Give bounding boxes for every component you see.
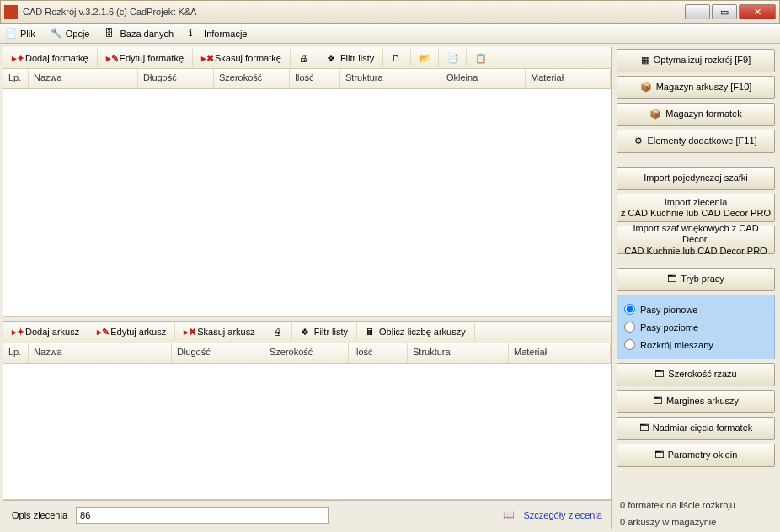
panel-store-button[interactable]: 📦Magazyn formatek	[617, 103, 775, 126]
col-qty[interactable]: Ilość	[349, 343, 408, 363]
toolbar-panels: ▸✦Dodaj formatkę ▸✎Edytuj formatkę ▸✖Ska…	[3, 47, 611, 69]
open-doc-button[interactable]: 📂	[411, 49, 439, 67]
col-width[interactable]: Szerokość	[214, 69, 290, 88]
col-name[interactable]: Nazwa	[29, 343, 172, 363]
overcut-button[interactable]: 🗔Nadmiar cięcia formatek	[617, 417, 775, 440]
margin-button[interactable]: 🗔Margines arkuszy	[617, 390, 775, 413]
menu-database[interactable]: 🗄Baza danych	[104, 28, 174, 40]
add-sheet-button[interactable]: ▸✦Dodaj arkusz	[3, 322, 88, 341]
order-label: Opis zlecenia	[12, 510, 67, 520]
edit-icon: ▸✎	[97, 327, 107, 337]
info-icon: ℹ	[189, 28, 200, 40]
extras-button[interactable]: ⚙Elementy dodatkowe [F11]	[617, 130, 775, 153]
add-icon: ▸✦	[12, 53, 22, 63]
order-input[interactable]	[76, 507, 329, 524]
col-material[interactable]: Materiał	[526, 69, 611, 88]
grid-icon: ▦	[641, 55, 649, 66]
paste-button[interactable]: 📋	[467, 49, 494, 67]
import-wardrobe-button[interactable]: Import szaf wnękowych z CAD Decor,CAD Ku…	[617, 226, 775, 254]
bottom-bar: Opis zlecenia 📖 Szczegóły zlecenia	[3, 500, 611, 529]
open-icon: 📂	[419, 53, 430, 63]
col-edging[interactable]: Okleina	[441, 69, 526, 88]
col-length[interactable]: Długość	[138, 69, 214, 88]
radio-mixed[interactable]: Rozkrój mieszany	[624, 339, 767, 350]
new-doc-button[interactable]: 🗋	[383, 49, 411, 67]
add-panel-button[interactable]: ▸✦Dodaj formatkę	[3, 49, 98, 67]
edit-sheet-button[interactable]: ▸✎Edytuj arkusz	[88, 322, 175, 341]
work-mode-button[interactable]: 🗔Tryb pracy	[617, 268, 775, 291]
gears-icon: ⚙	[634, 136, 643, 146]
col-structure[interactable]: Struktura	[340, 69, 441, 88]
radio-horizontal[interactable]: Pasy poziome	[624, 322, 767, 332]
titlebar: CAD Rozkrój v.3.2.1.6 (c) CadProjekt K&A…	[0, 0, 780, 24]
import-single-button[interactable]: Import pojedynczej szafki	[617, 167, 775, 190]
minimize-button[interactable]: —	[685, 4, 710, 19]
filter-icon: ❖	[301, 327, 311, 337]
sheet-store-button[interactable]: 📦Magazyn arkuszy [F10]	[617, 76, 775, 99]
import-order-button[interactable]: Import zleceniaz CAD Kuchnie lub CAD Dec…	[617, 194, 775, 222]
add-icon: ▸✦	[12, 327, 22, 337]
window-title: CAD Rozkrój v.3.2.1.6 (c) CadProjekt K&A	[23, 7, 683, 17]
delete-icon: ▸✖	[201, 53, 211, 63]
panels-table-header: Lp. Nazwa Długość Szerokość Ilość Strukt…	[3, 69, 611, 89]
maximize-button[interactable]: ▭	[712, 4, 737, 19]
calculator-icon: 🖩	[366, 327, 376, 337]
print-sheets-button[interactable]: 🖨	[264, 322, 292, 341]
copy-icon: 📑	[447, 53, 457, 63]
printer-icon: 🖨	[273, 327, 283, 337]
options-icon: 🔧	[51, 28, 62, 40]
paste-icon: 📋	[475, 53, 485, 63]
setting-icon: 🗔	[654, 450, 664, 460]
order-details-link[interactable]: Szczegóły zlecenia	[523, 510, 602, 520]
menu-options[interactable]: 🔧Opcje	[51, 28, 90, 40]
menubar: 📄Plik 🔧Opcje 🗄Baza danych ℹInformacje	[0, 24, 780, 44]
edge-param-button[interactable]: 🗔Parametry oklein	[617, 444, 775, 467]
col-length[interactable]: Długość	[172, 343, 264, 363]
kerf-button[interactable]: 🗔Szerokość rzazu	[617, 363, 775, 386]
optimize-button[interactable]: ▦Optymalizuj rozkrój [F9]	[617, 49, 775, 72]
col-name[interactable]: Nazwa	[29, 69, 138, 88]
close-button[interactable]: ✕	[739, 4, 776, 19]
col-qty[interactable]: Ilość	[290, 69, 340, 88]
col-material[interactable]: Materiał	[509, 343, 611, 363]
col-width[interactable]: Szerokość	[264, 343, 349, 363]
cut-mode-panel: Pasy pionowe Pasy poziome Rozkrój miesza…	[617, 295, 775, 359]
copy-button[interactable]: 📑	[439, 49, 467, 67]
printer-icon: 🖨	[299, 53, 309, 63]
filter-sheets-button[interactable]: ❖Filtr listy	[292, 322, 357, 341]
col-lp[interactable]: Lp.	[3, 343, 29, 363]
status-sheets: 0 arkuszy w magazynie	[617, 515, 775, 529]
book-icon: 📖	[503, 509, 515, 520]
sheets-table-header: Lp. Nazwa Długość Szerokość Ilość Strukt…	[3, 343, 611, 364]
col-structure[interactable]: Struktura	[408, 343, 509, 363]
radio-vertical[interactable]: Pasy pionowe	[624, 304, 767, 315]
toolbar-sheets: ▸✦Dodaj arkusz ▸✎Edytuj arkusz ▸✖Skasuj …	[3, 322, 611, 343]
edit-panel-button[interactable]: ▸✎Edytuj formatkę	[98, 49, 193, 67]
delete-sheet-button[interactable]: ▸✖Skasuj arkusz	[175, 322, 264, 341]
status-panels: 0 formatek na liście rozkroju	[617, 498, 775, 512]
sheets-table-body[interactable]	[3, 364, 611, 500]
calc-sheets-button[interactable]: 🖩Oblicz liczbę arkuszy	[357, 322, 475, 341]
new-icon: 🗋	[392, 53, 402, 63]
filter-icon: ❖	[327, 53, 337, 63]
app-icon	[4, 5, 18, 19]
setting-icon: 🗔	[639, 423, 649, 434]
menu-file[interactable]: 📄Plik	[5, 28, 35, 40]
database-icon: 🗄	[104, 28, 116, 40]
edit-icon: ▸✎	[106, 53, 116, 63]
mode-icon: 🗔	[667, 274, 676, 285]
setting-icon: 🗔	[654, 369, 664, 380]
print-button[interactable]: 🖨	[291, 49, 318, 67]
delete-icon: ▸✖	[184, 327, 194, 337]
box-icon: 📦	[649, 109, 661, 120]
side-panel: ▦Optymalizuj rozkrój [F9] 📦Magazyn arkus…	[612, 44, 780, 532]
file-icon: 📄	[5, 28, 17, 40]
panels-table-body[interactable]	[3, 89, 611, 317]
delete-panel-button[interactable]: ▸✖Skasuj formatkę	[193, 49, 291, 67]
menu-info[interactable]: ℹInformacje	[189, 28, 247, 40]
filter-panels-button[interactable]: ❖Filtr listy	[318, 49, 383, 67]
setting-icon: 🗔	[653, 396, 662, 407]
box-icon: 📦	[640, 82, 652, 93]
col-lp[interactable]: Lp.	[3, 69, 29, 88]
